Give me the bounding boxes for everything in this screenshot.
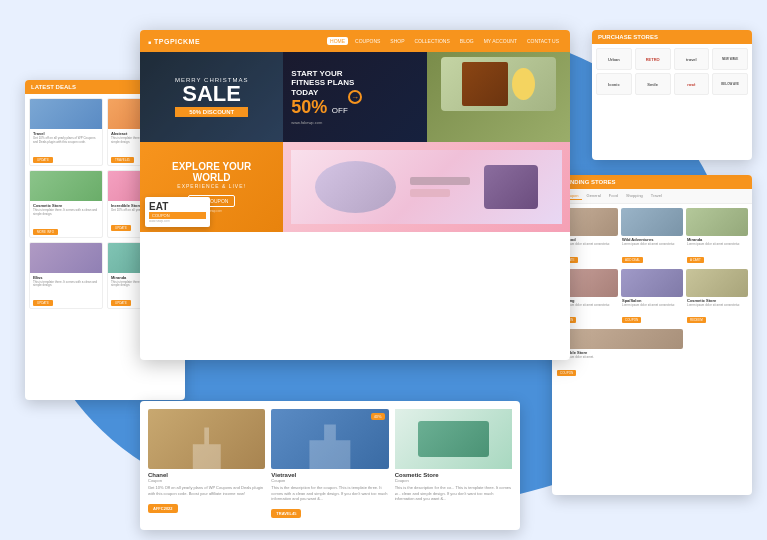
card-thumbnail-chanel xyxy=(148,409,265,469)
card-type-chanel: Coupon xyxy=(148,478,265,483)
browser-window: ■ TPGPICKME HOME COUPONS SHOP COLLECTION… xyxy=(140,30,570,360)
trending-title: Spa/Salon xyxy=(622,298,682,303)
tab-shopping[interactable]: Shopping xyxy=(623,192,646,200)
trending-button[interactable]: REDEEM xyxy=(687,317,706,323)
site-logo: ■ TPGPICKME xyxy=(148,38,200,45)
nav-item-collections[interactable]: COLLECTIONS xyxy=(412,37,453,45)
coupon-label: COUPON xyxy=(149,212,206,219)
deal-button[interactable]: UPDATE xyxy=(33,157,53,163)
panel-purchase-stores: PURCHASE STORES Urban RETRO travel NEW W… xyxy=(592,30,752,160)
trending-desc: Lorem ipsum dolor sit amet consectetur. xyxy=(622,304,682,308)
christmas-discount: 50% DISCOUNT xyxy=(175,107,248,117)
trending-tabs: All Coupon General Food Shopping Travel xyxy=(552,189,752,204)
fitness-start: START YOURFITNESS PLANSTODAY xyxy=(291,69,354,98)
trending-button[interactable]: ADD DEAL xyxy=(622,257,643,263)
fitness-url: www.fakewp.com xyxy=(291,120,354,125)
list-item: Bliss This is template three. It comes w… xyxy=(29,242,103,310)
list-item: Incredible Store Lorem ipsum dolor sit a… xyxy=(556,329,683,379)
deal-description: This is template three. It comes with a … xyxy=(33,209,99,217)
nav-item-blog[interactable]: BLOG xyxy=(457,37,477,45)
deal-thumbnail xyxy=(30,171,102,201)
purchase-stores-header: PURCHASE STORES xyxy=(592,30,752,44)
card-desc-chanel: Get 10% Off on all yearly plans of WP Co… xyxy=(148,485,265,495)
browser-header: ■ TPGPICKME HOME COUPONS SHOP COLLECTION… xyxy=(140,30,570,52)
card-type-cosmetic: Coupon xyxy=(395,478,512,483)
nav-item-account[interactable]: MY ACCOUNT xyxy=(481,37,520,45)
store-logo-rose[interactable]: rosé xyxy=(674,73,710,95)
bottom-card-vietravel: 40% Vietravel Coupon This is the descrip… xyxy=(271,409,388,522)
trending-desc: Lorem ipsum dolor sit amet. xyxy=(557,356,682,360)
explore-title: EXPLORE YOURWORLD xyxy=(172,161,251,183)
deal-title: Bliss xyxy=(33,275,99,280)
trending-thumbnail xyxy=(621,269,683,297)
fitness-banner: → START YOURFITNESS PLANSTODAY 50% OFF w… xyxy=(283,52,426,142)
card-thumbnail-vietravel: 40% xyxy=(271,409,388,469)
nav-item-coupons[interactable]: COUPONS xyxy=(352,37,383,45)
explore-url: www.sewp.com xyxy=(172,209,251,213)
deal-button[interactable]: UPDATE xyxy=(33,300,53,306)
tab-travel[interactable]: Travel xyxy=(648,192,665,200)
christmas-banner: MERRY CHRISTMAS SALE 50% DISCOUNT xyxy=(140,52,283,142)
trending-desc: Lorem ipsum dolor sit amet consectetur. xyxy=(687,304,747,308)
card-desc-vietravel: This is the description for the coupon. … xyxy=(271,485,388,501)
tab-food[interactable]: Food xyxy=(606,192,621,200)
card-thumbnail-cosmetic xyxy=(395,409,512,469)
explore-subtitle: EXPERIENCE & LIVE! xyxy=(172,183,251,189)
card-type-vietravel: Coupon xyxy=(271,478,388,483)
list-item: Cosmetic Store Lorem ipsum dolor sit ame… xyxy=(686,269,748,327)
card-desc-cosmetic: This is the description for the co... Th… xyxy=(395,485,512,501)
trending-desc: Lorem ipsum dolor sit amet consectetur. xyxy=(622,243,682,247)
nav-item-contact[interactable]: CONTACT US xyxy=(524,37,562,45)
cosmetics-banner xyxy=(283,142,570,232)
store-logo-travel[interactable]: travel xyxy=(674,48,710,70)
nav-item-shop[interactable]: SHOP xyxy=(387,37,407,45)
arrow-icon: → xyxy=(348,90,362,104)
card-badge-vietravel: 40% xyxy=(371,413,385,420)
store-logo-urban[interactable]: Urban xyxy=(596,48,632,70)
list-item: Cosmetic Store This is template three. I… xyxy=(29,170,103,238)
fitness-price: 50% xyxy=(291,97,327,117)
store-logo-newwave[interactable]: NEW WAVE xyxy=(712,48,748,70)
trending-thumbnail xyxy=(686,208,748,236)
trending-button[interactable]: A CART xyxy=(687,257,704,263)
deal-button[interactable]: UPDATE xyxy=(111,225,131,231)
card-button-vietravel[interactable]: TRAVEL45 xyxy=(271,509,301,518)
stores-grid: Urban RETRO travel NEW WAVE Iconic Smile… xyxy=(592,44,752,99)
trending-title: Cosmetic Store xyxy=(687,298,747,303)
list-item: Travel Get 10% off on all yearly plans o… xyxy=(29,98,103,166)
list-item: Wild Adventures Lorem ipsum dolor sit am… xyxy=(621,208,683,266)
trending-thumbnail xyxy=(686,269,748,297)
panel-trending-stores: TRENDING STORES All Coupon General Food … xyxy=(552,175,752,495)
tab-general[interactable]: General xyxy=(584,192,604,200)
trending-thumbnail xyxy=(556,329,683,349)
store-logo-iconic[interactable]: Iconic xyxy=(596,73,632,95)
trending-button[interactable]: COUPON xyxy=(622,317,641,323)
list-item: Spa/Salon Lorem ipsum dolor sit amet con… xyxy=(621,269,683,327)
deal-description: Get 10% off on all yearly plans of WP Co… xyxy=(33,137,99,145)
explore-banner: EXPLORE YOURWORLD EXPERIENCE & LIVE! GET… xyxy=(140,142,283,232)
eat-url: www.sewp.com xyxy=(149,219,206,223)
store-logo-retro[interactable]: RETRO xyxy=(635,48,671,70)
deal-thumbnail xyxy=(30,243,102,273)
store-logo-smile[interactable]: Smile xyxy=(635,73,671,95)
trending-desc: Lorem ipsum dolor sit amet consectetur. xyxy=(687,243,747,247)
card-button-chanel[interactable]: AFFC2022 xyxy=(148,504,178,513)
deal-button[interactable]: UPDATE xyxy=(111,300,131,306)
christmas-sale: SALE xyxy=(175,83,248,105)
main-content-grid: MERRY CHRISTMAS SALE 50% DISCOUNT → STAR… xyxy=(140,52,570,360)
deal-button[interactable]: TRAVEL45 xyxy=(111,157,134,163)
nav-item-home[interactable]: HOME xyxy=(327,37,348,45)
trending-stores-header: TRENDING STORES xyxy=(552,175,752,189)
list-item: Miranda Lorem ipsum dolor sit amet conse… xyxy=(686,208,748,266)
explore-coupon-button[interactable]: GET COUPON xyxy=(188,195,236,207)
bottom-card-cosmetic: Cosmetic Store Coupon This is the descri… xyxy=(395,409,512,522)
trending-thumbnail xyxy=(621,208,683,236)
deal-thumbnail xyxy=(30,99,102,129)
deal-description: This is template three. It comes with a … xyxy=(33,281,99,289)
bottom-card-chanel: Chanel Coupon Get 10% Off on all yearly … xyxy=(148,409,265,522)
trending-button[interactable]: COUPON xyxy=(557,370,576,376)
deal-button[interactable]: MORE INFO xyxy=(33,229,58,235)
store-logo-below[interactable]: BELOW AVE xyxy=(712,73,748,95)
fitness-off: OFF xyxy=(332,106,348,115)
panel-bottom-cards: Chanel Coupon Get 10% Off on all yearly … xyxy=(140,401,520,530)
